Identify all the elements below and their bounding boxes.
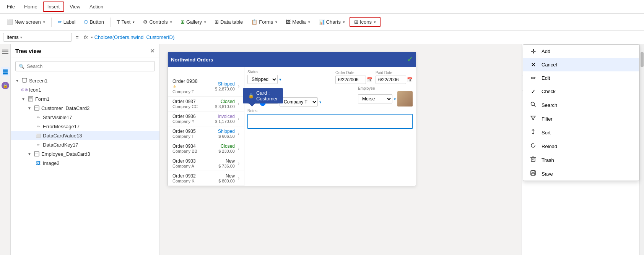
tree-search-box: 🔍 [15, 61, 155, 71]
menu-home[interactable]: Home [20, 2, 41, 11]
cdc2-label: Customer_DataCard2 [41, 105, 89, 111]
right-panel-scrollbar[interactable] [639, 44, 644, 255]
customer-select[interactable]: Company T [280, 97, 318, 107]
tree-arrow-cdc2[interactable]: ▼ [28, 106, 31, 110]
lock-accent-icon[interactable]: 🔒 [1, 81, 10, 90]
em17-label: ErrorMessage17 [43, 124, 80, 129]
dcv13-label: DataCardValue13 [43, 133, 82, 139]
icon-save-item[interactable]: Save [523, 167, 639, 181]
svg-rect-9 [34, 106, 39, 110]
chevron-right-icon-0937: › [238, 101, 239, 107]
icon-add-item[interactable]: ✛ Add [523, 45, 639, 58]
icon-reload-item[interactable]: Reload [523, 139, 639, 153]
order-row-0933[interactable]: Order 0933 Company A New $ 736.00 › [168, 156, 244, 171]
tree-item-datacardvalue13[interactable]: ⬜ DataCardValue13 [11, 131, 159, 140]
tree-item-datacardkey17[interactable]: ✏ DataCardKey17 [11, 140, 159, 149]
menu-insert[interactable]: Insert [43, 2, 65, 12]
order-row-0936[interactable]: Order 0936 Company Y Invoiced $ 1,170.00… [168, 111, 244, 126]
gallery-icon: ⊞ [181, 19, 185, 25]
calendar-icon-2[interactable]: 📅 [407, 77, 413, 82]
charts-button[interactable]: 📊 Charts ▾ [315, 18, 349, 26]
text-button[interactable]: T Text ▾ [113, 18, 138, 27]
tree-arrow-form1[interactable]: ▼ [21, 97, 25, 101]
notes-textarea[interactable] [247, 114, 413, 129]
chevron-down-icon-media: ▾ [308, 20, 310, 24]
property-dropdown[interactable]: Items ▾ [3, 33, 72, 42]
order-row-0938[interactable]: Order 0938 ⚠ Company T Shipped $ 2,870.0… [168, 67, 244, 97]
right-panel-scrollbar-thumb[interactable] [641, 52, 644, 67]
order-row-0937[interactable]: Order 0937 Company CC Closed $ 3,810.00 … [168, 97, 244, 111]
tree-item-icon1[interactable]: ⊕⊗ Icon1 [11, 85, 159, 94]
order-row-0935[interactable]: Order 0935 Company I Shipped $ 606.50 › [168, 126, 244, 141]
notes-field: Notes [247, 109, 413, 129]
tree-search-input[interactable] [27, 63, 151, 69]
media-button[interactable]: 🖼 Media ▾ [282, 18, 314, 26]
tree-item-customer-dc2[interactable]: ▼ Customer_DataCard2 [11, 103, 159, 113]
tree-item-starvisible17[interactable]: ✏ StarVisible17 [11, 113, 159, 122]
card-customer-popup: 🔒 Card : Customer [243, 88, 283, 103]
screen-tree-icon [21, 77, 28, 84]
order-amount-0938: $ 2,870.00 [204, 87, 235, 91]
order-company-0932: Company K [172, 179, 201, 183]
tree-item-form1[interactable]: ▼ Form1 [11, 94, 159, 103]
chevron-right-icon-0934: › [238, 146, 239, 151]
order-info-0937: Order 0937 Company CC [172, 99, 201, 109]
datatable-button[interactable]: ⊞ Data table [211, 18, 247, 26]
employee-label: Employee [358, 86, 413, 90]
order-status-0934: Closed [204, 144, 235, 149]
tree-arrow-edc3[interactable]: ▼ [28, 152, 31, 156]
menu-file[interactable]: File [3, 2, 19, 11]
label-button[interactable]: ✏ Label [54, 18, 80, 26]
calendar-icon[interactable]: 📅 [367, 77, 372, 82]
order-date-input[interactable] [335, 76, 366, 84]
icon-trash-item[interactable]: Trash [523, 153, 639, 167]
icon-sort-item[interactable]: Sort [523, 126, 639, 139]
order-row-0934[interactable]: Order 0934 Company BB Closed $ 230.00 › [168, 141, 244, 156]
check-icon: ✓ [529, 88, 537, 95]
menu-action[interactable]: Action [86, 2, 107, 11]
order-amount-0937: $ 3,810.00 [204, 104, 235, 109]
layers-icon[interactable] [1, 67, 10, 76]
employee-select[interactable]: Morse [358, 94, 392, 103]
new-screen-button[interactable]: ⬜ New screen ▾ [3, 18, 49, 26]
menu-view[interactable]: View [66, 2, 84, 11]
tree-arrow-screen1[interactable]: ▼ [15, 79, 19, 83]
icon1-label: Icon1 [29, 87, 41, 93]
order-status-0935: Shipped [204, 129, 235, 134]
check-label: Check [542, 89, 556, 94]
tree-item-employee-dc3[interactable]: ▼ Employee_DataCard3 [11, 149, 159, 158]
tree-item-errormsg17[interactable]: ✏ ErrorMessage17 [11, 122, 159, 131]
icons-button[interactable]: ⊞ Icons ▾ [350, 17, 381, 27]
order-amount-0933: $ 736.00 [204, 164, 235, 168]
dck17-icon: ✏ [35, 142, 41, 148]
gallery-button[interactable]: ⊞ Gallery ▾ [177, 18, 210, 26]
tree-item-image2[interactable]: 🖼 Image2 [11, 158, 159, 168]
sv17-label: StarVisible17 [43, 115, 72, 120]
icon-edit-item[interactable]: ✏ Edit [523, 71, 639, 85]
icon-check-item[interactable]: ✓ Check [523, 85, 639, 98]
fx-label[interactable]: fx [83, 34, 89, 40]
forms-button[interactable]: 📋 Forms ▾ [247, 18, 281, 26]
label-icon: ✏ [58, 19, 62, 25]
svg-rect-11 [34, 152, 39, 156]
order-list: 🔒 Card : Customer Order 0938 ⚠ Company T [168, 67, 244, 186]
order-row-0932[interactable]: Order 0932 Company K New $ 800.00 › [168, 171, 244, 186]
status-select[interactable]: Shipped [247, 75, 278, 84]
nw-title: Northwind Orders [171, 57, 213, 63]
tree-close-button[interactable]: ✕ [150, 47, 155, 55]
sv17-icon: ✏ [35, 114, 41, 120]
controls-button[interactable]: ⚙ Controls ▾ [139, 18, 176, 26]
button-icon: ⬡ [84, 19, 88, 25]
icon-cancel-item[interactable]: ✕ Cancel [523, 58, 639, 71]
chevron-right-icon-0935: › [238, 131, 239, 136]
chevron-down-icon: ▾ [43, 20, 45, 24]
hamburger-icon[interactable] [1, 47, 10, 56]
svg-rect-17 [531, 158, 535, 161]
paid-date-input[interactable] [376, 76, 406, 84]
button-button[interactable]: ⬡ Button [80, 18, 108, 26]
tree-item-screen1[interactable]: ▼ Screen1 [11, 76, 159, 85]
hamburger-menu[interactable] [1, 48, 10, 56]
formula-input[interactable] [94, 34, 641, 40]
icon-search-item[interactable]: Search [523, 98, 639, 112]
icon-filter-item[interactable]: Filter [523, 112, 639, 126]
